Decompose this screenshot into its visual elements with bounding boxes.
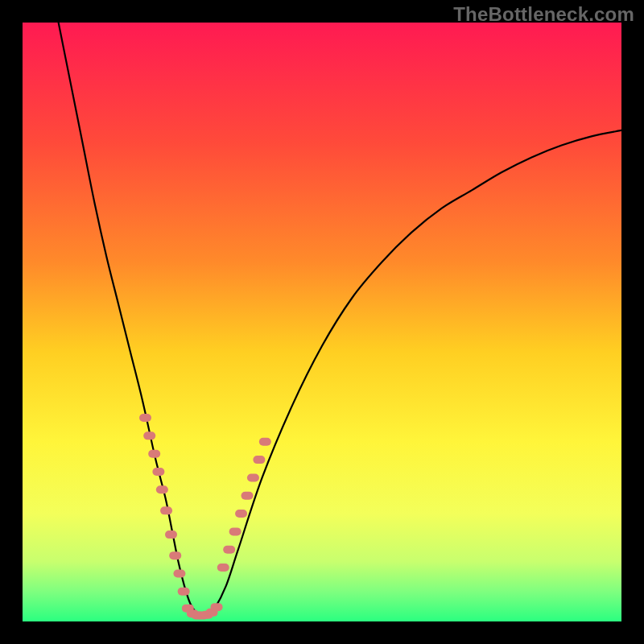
left-segment-dots-dot <box>152 468 164 476</box>
plot-area <box>23 23 621 621</box>
chart-svg <box>23 23 621 621</box>
left-segment-dots-dot <box>169 551 181 559</box>
left-segment-dots-dot <box>139 414 151 422</box>
trough-dots-dot <box>211 603 223 611</box>
right-segment-dots-dot <box>242 492 254 500</box>
left-segment-dots-dot <box>165 530 177 539</box>
right-segment-dots-dot <box>259 438 271 446</box>
outer-black-frame: TheBottleneck.com <box>0 0 644 644</box>
gradient-background <box>23 23 621 621</box>
left-segment-dots-dot <box>148 450 160 458</box>
left-segment-dots-dot <box>156 485 168 493</box>
left-segment-dots-dot <box>160 506 172 514</box>
right-segment-dots-dot <box>223 546 235 554</box>
right-segment-dots-dot <box>247 473 259 481</box>
left-segment-dots-dot <box>173 569 185 577</box>
right-segment-dots-dot <box>235 510 247 518</box>
right-segment-dots-dot <box>253 456 265 464</box>
right-segment-dots-dot <box>229 527 242 535</box>
left-segment-dots-dot <box>143 431 155 440</box>
right-segment-dots-dot <box>217 564 229 572</box>
left-segment-dots-dot <box>178 588 190 596</box>
